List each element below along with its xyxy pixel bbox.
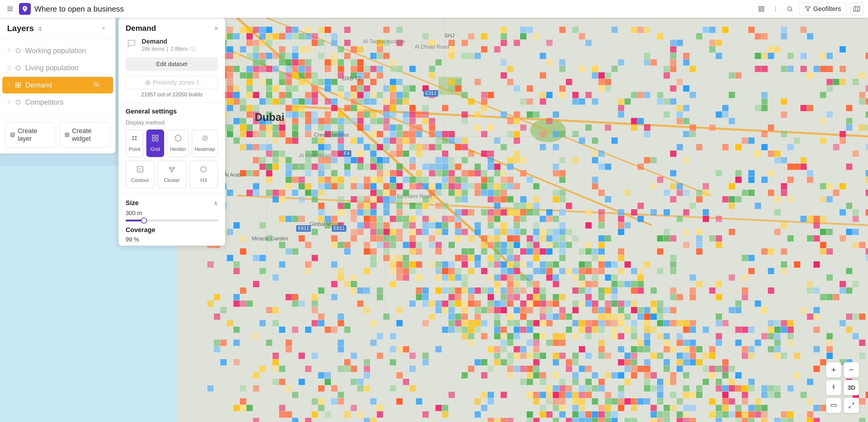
app-logo: [19, 3, 31, 15]
coverage-label: Coverage: [126, 226, 218, 234]
grid-view-button[interactable]: [755, 3, 767, 15]
compass-button[interactable]: [826, 380, 841, 395]
more-options-button[interactable]: [770, 3, 781, 15]
svg-point-38: [16, 100, 20, 104]
zoom-in-button[interactable]: +: [826, 362, 841, 378]
measure-button[interactable]: [826, 398, 841, 413]
method-grid-label: Grid: [151, 146, 160, 152]
proximity-zones-label: Proximity zones: [153, 79, 195, 86]
svg-rect-57: [137, 166, 143, 172]
layer-item-demand[interactable]: ⠿ Demand ⋮: [2, 77, 113, 93]
method-heatmap-label: Heatmap: [195, 146, 215, 152]
svg-point-31: [16, 49, 20, 53]
method-contour-label: Contour: [131, 178, 149, 183]
method-h3-label: H3: [200, 178, 207, 183]
method-h3-button[interactable]: H3: [189, 161, 218, 188]
svg-point-32: [16, 66, 20, 70]
layers-footer: Create layer Create widget: [0, 117, 116, 148]
filters-count: 2 filters: [170, 46, 188, 52]
more-options-icon[interactable]: ⋮: [102, 82, 108, 89]
h3-icon: [200, 165, 207, 175]
demand-panel-title: Demand: [126, 24, 156, 33]
demand-info-row: Demand 28k items | 2 filters ⓘ: [119, 38, 225, 57]
svg-rect-53: [156, 139, 158, 141]
svg-rect-35: [19, 85, 21, 87]
general-settings-title: General settings: [126, 108, 218, 115]
layer-name: Working population: [25, 47, 108, 55]
menu-button[interactable]: [5, 4, 16, 14]
general-settings-section: General settings Display method Point: [119, 108, 225, 188]
size-chevron-icon[interactable]: ∧: [214, 200, 218, 207]
zoom-controls: + −: [826, 362, 859, 378]
app-title: Where to open a business: [34, 4, 752, 13]
contour-icon: [136, 165, 144, 175]
3d-button[interactable]: 3D: [844, 380, 859, 395]
method-cluster-button[interactable]: Cluster: [157, 161, 186, 188]
map-view-button[interactable]: [850, 2, 863, 16]
geofilters-button[interactable]: Geofilters: [799, 2, 847, 16]
proximity-zones-button[interactable]: Proximity zones !: [126, 76, 218, 89]
drag-handle-icon: ⠿: [7, 82, 11, 88]
svg-rect-36: [16, 85, 18, 87]
dataset-name: Demand: [142, 38, 195, 46]
slider-thumb[interactable]: [141, 217, 147, 223]
svg-point-46: [133, 136, 134, 138]
coverage-section: Coverage 99 %: [119, 226, 225, 246]
svg-rect-34: [19, 83, 21, 85]
visibility-icon[interactable]: [94, 82, 99, 89]
layer-item-living-population[interactable]: ⠿ Living population: [2, 60, 113, 76]
method-contour-button[interactable]: Contour: [126, 161, 154, 188]
size-slider[interactable]: [126, 219, 218, 221]
layers-title-row: Layers 4: [7, 24, 42, 33]
info-icon: ⓘ: [190, 46, 195, 53]
create-widget-button[interactable]: Create widget: [60, 122, 111, 148]
demand-dataset-info: Demand 28k items | 2 filters ⓘ: [142, 38, 195, 53]
svg-point-9: [775, 10, 776, 11]
layer-item-working-population[interactable]: ⠿ Working population: [2, 42, 113, 59]
layer-type-icon: [14, 98, 22, 107]
display-methods-row2: Contour Cluster: [126, 161, 218, 188]
create-widget-label: Create widget: [72, 127, 106, 143]
demand-close-button[interactable]: ×: [214, 25, 218, 32]
svg-point-45: [147, 82, 148, 83]
svg-point-55: [202, 135, 207, 141]
method-hexbin-button[interactable]: Hexbin: [167, 129, 189, 157]
svg-rect-6: [759, 9, 761, 11]
svg-rect-5: [762, 9, 764, 11]
zoom-out-button[interactable]: −: [844, 362, 859, 378]
svg-rect-51: [156, 135, 158, 138]
cluster-icon: [168, 165, 176, 175]
demand-panel-header: Demand ×: [119, 18, 225, 38]
layer-type-icon: [14, 64, 22, 72]
svg-point-44: [146, 81, 149, 84]
layer-item-competitors[interactable]: ⠿ Competitors: [2, 94, 113, 111]
layer-type-icon: [14, 47, 22, 55]
search-button[interactable]: [784, 3, 796, 15]
svg-point-60: [173, 167, 175, 169]
topbar-right: Geofilters: [799, 2, 863, 16]
svg-point-56: [204, 137, 206, 140]
svg-point-48: [133, 139, 134, 140]
create-layer-button[interactable]: Create layer: [5, 122, 56, 148]
svg-point-10: [788, 7, 792, 11]
drag-handle-icon: ⠿: [7, 65, 11, 71]
layers-title: Layers: [7, 24, 34, 33]
fullscreen-button[interactable]: [844, 398, 859, 413]
svg-rect-20: [438, 77, 462, 95]
layers-close-button[interactable]: ×: [99, 24, 108, 33]
method-hexbin-label: Hexbin: [170, 146, 186, 152]
svg-rect-52: [152, 139, 155, 141]
method-heatmap-button[interactable]: Heatmap: [192, 129, 218, 157]
method-point-button[interactable]: Point: [126, 129, 144, 157]
edit-dataset-button[interactable]: Edit dataset: [126, 57, 218, 71]
heatmap-icon: [201, 134, 209, 144]
svg-marker-54: [175, 135, 181, 141]
svg-rect-4: [762, 6, 764, 8]
method-point-label: Point: [129, 146, 141, 152]
method-grid-button[interactable]: Grid: [146, 129, 164, 157]
svg-line-11: [791, 10, 792, 11]
layer-name-competitors: Competitors: [25, 98, 108, 107]
compass-control: 3D: [826, 380, 859, 395]
items-count: 28k items: [142, 46, 164, 52]
grid-icon: [151, 134, 159, 144]
